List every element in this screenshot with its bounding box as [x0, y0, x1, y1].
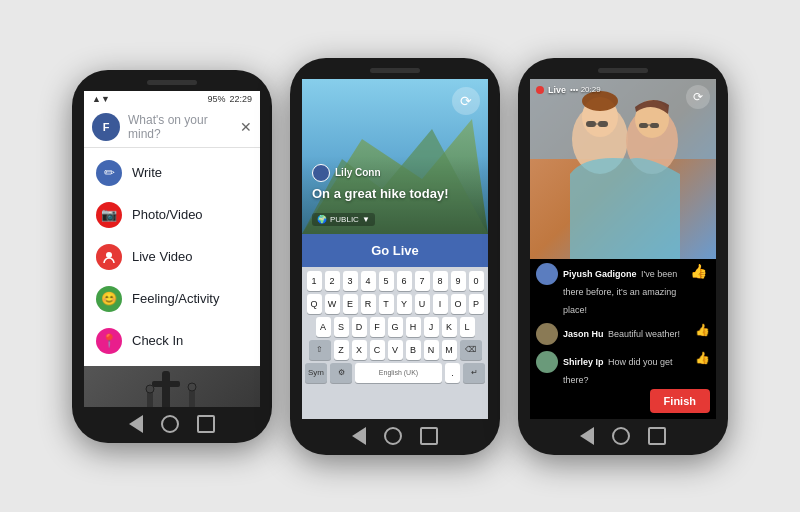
- key-enter[interactable]: ↵: [463, 363, 485, 383]
- menu-list: ✏ Write 📷 Photo/Video Live Video 😊 Feeli…: [84, 148, 260, 366]
- menu-item-feeling[interactable]: 😊 Feeling/Activity: [84, 278, 260, 320]
- svg-rect-2: [152, 381, 180, 387]
- key-z[interactable]: Z: [334, 340, 349, 360]
- camera-preview: ⟳ Lily Conn On a great hike today! 🌍 PUB…: [302, 79, 488, 234]
- key-p[interactable]: P: [469, 294, 484, 314]
- svg-rect-1: [162, 371, 170, 407]
- menu-item-write[interactable]: ✏ Write: [84, 152, 260, 194]
- comment-like-2[interactable]: 👍: [695, 323, 710, 337]
- key-period[interactable]: .: [445, 363, 460, 383]
- menu-item-checkin[interactable]: 📍 Check In: [84, 320, 260, 362]
- comment-avatar-2: [536, 323, 558, 345]
- key-k[interactable]: K: [442, 317, 457, 337]
- key-a[interactable]: A: [316, 317, 331, 337]
- back-nav-2[interactable]: [352, 427, 366, 445]
- status-bar-1: ▲▼ 95% 22:29: [84, 91, 260, 107]
- keyboard: 1 2 3 4 5 6 7 8 9 0 Q W E R T Y U I O: [302, 267, 488, 419]
- camera-username: Lily Conn: [335, 167, 381, 178]
- key-d[interactable]: D: [352, 317, 367, 337]
- key-f[interactable]: F: [370, 317, 385, 337]
- public-icon: 🌍: [317, 215, 327, 224]
- kb-row-q: Q W E R T Y U I O P: [305, 294, 485, 314]
- key-g[interactable]: G: [388, 317, 403, 337]
- key-u[interactable]: U: [415, 294, 430, 314]
- key-q[interactable]: Q: [307, 294, 322, 314]
- feeling-label: Feeling/Activity: [132, 291, 219, 306]
- key-m[interactable]: M: [442, 340, 457, 360]
- home-nav-3[interactable]: [612, 427, 630, 445]
- key-1[interactable]: 1: [307, 271, 322, 291]
- menu-item-photo[interactable]: 📷 Photo/Video: [84, 194, 260, 236]
- public-badge[interactable]: 🌍 PUBLIC ▼: [312, 213, 375, 226]
- post-image: [84, 366, 260, 407]
- comment-like-3[interactable]: 👍: [695, 351, 710, 365]
- home-nav-2[interactable]: [384, 427, 402, 445]
- phone-1: ▲▼ 95% 22:29 F What's on your mind? ✕ ✏ …: [72, 70, 272, 443]
- key-x[interactable]: X: [352, 340, 367, 360]
- camera-flip-button-3[interactable]: ⟳: [686, 85, 710, 109]
- public-label: PUBLIC: [330, 215, 359, 224]
- key-4[interactable]: 4: [361, 271, 376, 291]
- key-settings[interactable]: ⚙: [330, 363, 352, 383]
- key-9[interactable]: 9: [451, 271, 466, 291]
- home-bar-1: [129, 407, 215, 443]
- key-7[interactable]: 7: [415, 271, 430, 291]
- key-l[interactable]: L: [460, 317, 475, 337]
- recent-nav-3[interactable]: [648, 427, 666, 445]
- go-live-button[interactable]: Go Live: [302, 234, 488, 267]
- recent-nav-1[interactable]: [197, 415, 215, 433]
- comment-avatar-3: [536, 351, 558, 373]
- comment-item-1: Piyush Gadigone I've been there before, …: [536, 263, 710, 317]
- key-i[interactable]: I: [433, 294, 448, 314]
- key-r[interactable]: R: [361, 294, 376, 314]
- key-2[interactable]: 2: [325, 271, 340, 291]
- comment-item-2: Jason Hu Beautiful weather! 👍: [536, 323, 710, 345]
- key-b[interactable]: B: [406, 340, 421, 360]
- recent-nav-2[interactable]: [420, 427, 438, 445]
- finish-button[interactable]: Finish: [650, 389, 710, 413]
- key-o[interactable]: O: [451, 294, 466, 314]
- home-bar-2: [352, 419, 438, 455]
- key-3[interactable]: 3: [343, 271, 358, 291]
- feeling-icon: 😊: [96, 286, 122, 312]
- camera-user: Lily Conn: [312, 164, 478, 182]
- back-nav-3[interactable]: [580, 427, 594, 445]
- selfie-background: [530, 79, 716, 259]
- key-backspace[interactable]: ⌫: [460, 340, 482, 360]
- phone-2: ⟳ Lily Conn On a great hike today! 🌍 PUB…: [290, 58, 500, 455]
- key-shift[interactable]: ⇧: [309, 340, 331, 360]
- menu-item-live[interactable]: Live Video: [84, 236, 260, 278]
- key-h[interactable]: H: [406, 317, 421, 337]
- key-6[interactable]: 6: [397, 271, 412, 291]
- key-y[interactable]: Y: [397, 294, 412, 314]
- key-w[interactable]: W: [325, 294, 340, 314]
- comment-name-2: Jason Hu: [563, 329, 604, 339]
- post-placeholder[interactable]: What's on your mind?: [128, 113, 232, 141]
- key-c[interactable]: C: [370, 340, 385, 360]
- camera-flip-button-2[interactable]: ⟳: [452, 87, 480, 115]
- phone-screen-1: ▲▼ 95% 22:29 F What's on your mind? ✕ ✏ …: [84, 91, 260, 407]
- key-5[interactable]: 5: [379, 271, 394, 291]
- comment-name-1: Piyush Gadigone: [563, 269, 637, 279]
- key-v[interactable]: V: [388, 340, 403, 360]
- key-0[interactable]: 0: [469, 271, 484, 291]
- key-8[interactable]: 8: [433, 271, 448, 291]
- key-e[interactable]: E: [343, 294, 358, 314]
- key-s[interactable]: S: [334, 317, 349, 337]
- back-nav-1[interactable]: [129, 415, 143, 433]
- camera-overlay: Lily Conn On a great hike today! 🌍 PUBLI…: [302, 156, 488, 234]
- key-t[interactable]: T: [379, 294, 394, 314]
- key-n[interactable]: N: [424, 340, 439, 360]
- comments-section: Piyush Gadigone I've been there before, …: [530, 259, 716, 384]
- image-bg: [84, 366, 260, 407]
- key-space[interactable]: English (UK): [355, 363, 442, 383]
- comment-like-1[interactable]: 👍: [687, 263, 710, 279]
- comment-item-3: Shirley Ip How did you get there? 👍: [536, 351, 710, 384]
- comment-content-2: Jason Hu Beautiful weather!: [563, 323, 690, 341]
- key-j[interactable]: J: [424, 317, 439, 337]
- key-sym[interactable]: Sym: [305, 363, 327, 383]
- close-button[interactable]: ✕: [240, 119, 252, 135]
- phone-screen-3: Live ••• 20:29 ⟳ Piyush Gadigone I've be…: [530, 79, 716, 419]
- comment-name-3: Shirley Ip: [563, 357, 604, 367]
- home-nav-1[interactable]: [161, 415, 179, 433]
